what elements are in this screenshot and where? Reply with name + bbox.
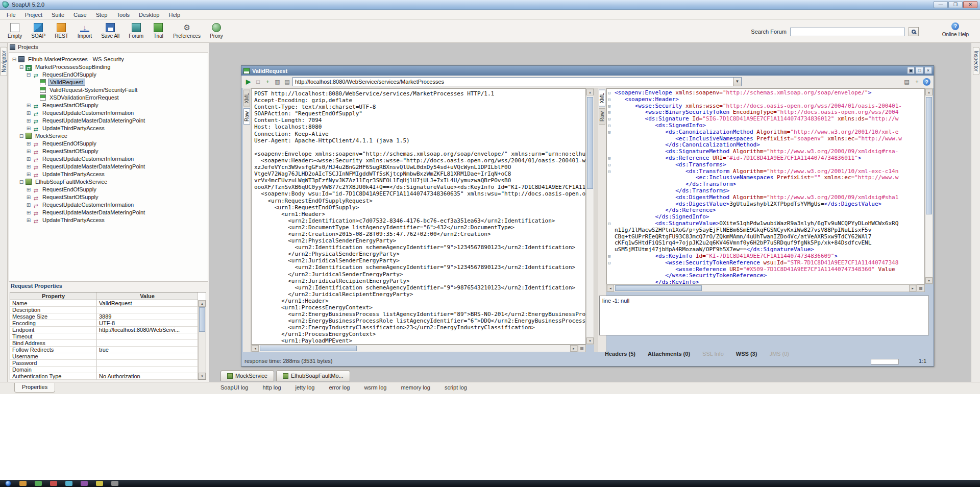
property-row[interactable]: Authentication TypeNo Authorization	[10, 373, 206, 380]
add-endpoint-button[interactable]: +	[913, 77, 921, 86]
tree-toggle-icon[interactable]: ⊞	[26, 171, 32, 178]
property-row[interactable]: NameValidRequest	[10, 300, 206, 307]
taskbar-app-icon-1[interactable]	[19, 481, 27, 486]
log-tab-soapui-log[interactable]: SoapUI log	[220, 384, 248, 391]
tree-item[interactable]: ⊞RequestEndOfSupply	[9, 140, 208, 148]
tree-item[interactable]: ValidRequest-System/SecurityFault	[9, 86, 208, 94]
tree-toggle-icon[interactable]: ⊞	[26, 193, 32, 201]
tree-toggle-icon[interactable]: ⊞	[26, 117, 32, 125]
frame-titlebar[interactable]: ValidRequest ▣ □ ×	[241, 66, 934, 76]
taskbar-app-icon-3[interactable]	[50, 481, 57, 486]
scroll-right-arrow-icon[interactable]: ▸	[570, 345, 577, 352]
scroll-up-arrow-icon[interactable]: ▴	[925, 89, 933, 95]
tree-item[interactable]: ⊞RequestUpdateMasterDataMeteringPoint	[9, 163, 208, 171]
tab-attachments-0[interactable]: Attachments (0)	[648, 351, 690, 357]
toolbar-save-all-button[interactable]: Save All	[97, 21, 123, 40]
log-tab-http-log[interactable]: http log	[262, 384, 281, 391]
scroll-up-arrow-icon[interactable]: ▴	[199, 300, 206, 307]
response-tab-xml[interactable]: XML	[599, 90, 605, 107]
menu-case[interactable]: Case	[69, 11, 91, 19]
response-horizontal-scrollbar[interactable]: ◂ ▸	[606, 284, 917, 292]
maximize-button[interactable]: ❐	[948, 1, 963, 8]
fold-toggle-icon[interactable]: ⊟	[608, 221, 615, 227]
start-button[interactable]	[5, 480, 11, 486]
editor-corner-button[interactable]: ▦	[578, 345, 586, 352]
tree-toggle-icon[interactable]: ⊞	[26, 201, 32, 209]
menu-tools[interactable]: Tools	[112, 11, 134, 19]
tree-item[interactable]: XSDValidationErrorRequest	[9, 94, 208, 102]
toolbar-forum-button[interactable]: Forum	[125, 21, 147, 40]
tree-item[interactable]: ValidRequest	[9, 79, 208, 86]
toolbar-soap-button[interactable]: SOAP	[28, 21, 49, 40]
tree-item[interactable]: ⊞RequestStartOfSupply	[9, 148, 208, 155]
tree-item[interactable]: ⊞UpdateThirdPartyAccess	[9, 125, 208, 132]
fold-toggle-icon[interactable]: ⊟	[608, 96, 615, 103]
taskbar-app-icon-7[interactable]	[111, 481, 118, 486]
taskbar-app-icon-5[interactable]	[81, 481, 88, 486]
request-content[interactable]: POST http://localhost:8080/WebService/se…	[251, 88, 586, 345]
tree-toggle-icon[interactable]: ⊞	[26, 216, 32, 224]
tree-toggle-icon[interactable]: ⊟	[11, 56, 17, 63]
add-to-mockservice-button[interactable]: ▥	[273, 77, 282, 86]
log-tab-memory-log[interactable]: memory log	[401, 384, 430, 391]
tree-toggle-icon[interactable]: ⊞	[26, 148, 32, 155]
menu-step[interactable]: Step	[91, 11, 112, 19]
tree-item[interactable]: ⊞RequestUpdateCustomerInformation	[9, 109, 208, 117]
toolbar-trial-button[interactable]: Trial	[149, 21, 167, 40]
property-row[interactable]: Description	[10, 307, 206, 313]
scroll-left-arrow-icon[interactable]: ◂	[607, 285, 614, 291]
scrollbar-thumb[interactable]	[587, 97, 593, 189]
scroll-down-arrow-icon[interactable]: ▾	[586, 337, 594, 344]
tree-item[interactable]: ⊞UpdateThirdPartyAccess	[9, 216, 208, 224]
float-window-button[interactable]: ▣	[907, 67, 915, 74]
copy-request-button[interactable]: ▤	[283, 77, 291, 86]
frame-close-button[interactable]: ×	[924, 67, 932, 74]
search-forum-input[interactable]	[790, 28, 905, 36]
scroll-up-arrow-icon[interactable]: ▴	[586, 89, 594, 95]
property-row[interactable]: Password	[10, 360, 206, 367]
properties-scrollbar[interactable]: ▴ ▾	[198, 300, 206, 379]
tree-item[interactable]: ⊟ElhubSoapFaultMockService	[9, 178, 208, 186]
log-tab-error-log[interactable]: error log	[329, 384, 350, 391]
frame-maximize-button[interactable]: □	[916, 67, 923, 74]
property-row[interactable]: Timeout	[10, 333, 206, 340]
scroll-right-arrow-icon[interactable]: ▸	[909, 285, 916, 291]
editor-corner-button[interactable]: ▦	[917, 284, 925, 292]
online-help-button[interactable]: Online Help	[942, 22, 969, 37]
response-tab-raw[interactable]: Raw	[599, 108, 605, 125]
scroll-left-arrow-icon[interactable]: ◂	[252, 345, 259, 352]
scrollbar-thumb[interactable]	[260, 346, 357, 351]
search-forum-button[interactable]	[909, 27, 919, 36]
fold-toggle-icon[interactable]: ⊟	[608, 103, 615, 110]
request-vertical-scrollbar[interactable]: ▴ ▾	[586, 88, 594, 345]
tree-item[interactable]: ⊞RequestUpdateCustomerInformation	[9, 201, 208, 209]
request-horizontal-scrollbar[interactable]: ◂ ▸	[251, 345, 578, 352]
log-tab-script-log[interactable]: script log	[445, 384, 467, 391]
fold-toggle-icon[interactable]: ⊟	[608, 260, 615, 266]
scroll-down-arrow-icon[interactable]: ▾	[925, 277, 933, 284]
fold-toggle-icon[interactable]: ⊟	[608, 90, 615, 96]
tree-item[interactable]: ⊞RequestStartOfSupply	[9, 193, 208, 201]
log-tab-wsrm-log[interactable]: wsrm log	[364, 384, 386, 391]
menu-desktop[interactable]: Desktop	[134, 11, 164, 19]
toolbar-import-button[interactable]: Import	[74, 21, 95, 40]
toolbar-empty-button[interactable]: Empty	[4, 21, 26, 40]
navigator-tab[interactable]: Navigator	[1, 47, 7, 76]
tree-toggle-icon[interactable]: ⊟	[18, 132, 24, 140]
property-row[interactable]: EncodingUTF-8	[10, 320, 206, 327]
taskbar-app-icon-2[interactable]	[35, 481, 42, 486]
scrollbar-thumb[interactable]	[199, 307, 205, 332]
inspector-tab[interactable]: Inspector	[973, 47, 979, 75]
fold-toggle-icon[interactable]: ⊟	[608, 168, 615, 175]
editor-splitter[interactable]	[594, 88, 598, 352]
tree-item[interactable]: ⊟RequestEndOfSupply	[9, 71, 208, 79]
desktop-tab-mockservice[interactable]: MockService	[220, 370, 274, 381]
property-row[interactable]: Follow Redirectstrue	[10, 347, 206, 353]
tab-wss-3[interactable]: WSS (3)	[736, 351, 757, 357]
fold-toggle-icon[interactable]: ⊟	[608, 123, 615, 129]
tree-item[interactable]: ⊞RequestUpdateMasterDataMeteringPoint	[9, 209, 208, 216]
minimize-button[interactable]: —	[934, 1, 948, 8]
tree-item[interactable]: ⊞RequestUpdateMasterDataMeteringPoint	[9, 117, 208, 125]
tree-toggle-icon[interactable]: ⊞	[26, 140, 32, 148]
tree-toggle-icon[interactable]: ⊞	[26, 155, 32, 163]
